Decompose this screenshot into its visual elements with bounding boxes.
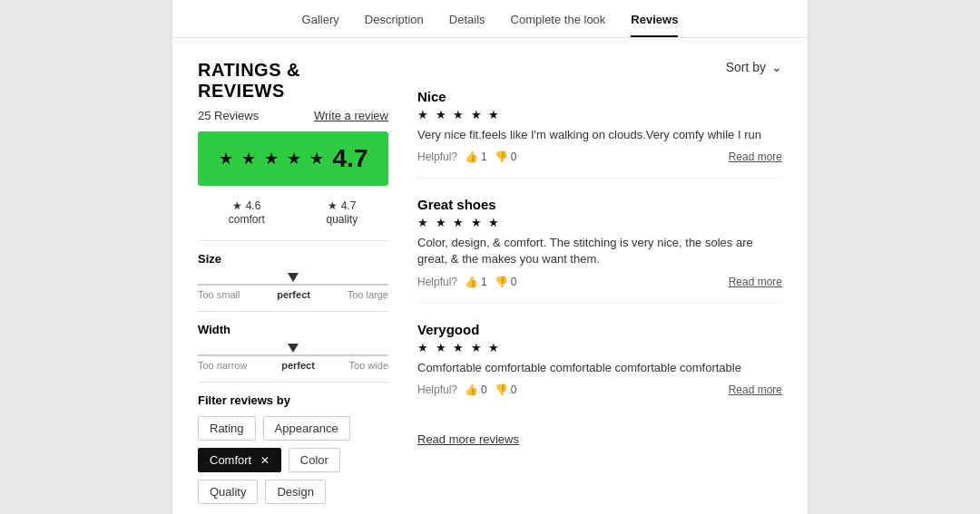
filter-rating[interactable]: Rating <box>198 416 256 441</box>
reviews-count: 25 Reviews <box>198 109 259 122</box>
width-label: Width <box>198 323 388 336</box>
nav-item-description[interactable]: Description <box>365 13 424 37</box>
filter-appearance[interactable]: Appearance <box>263 416 350 441</box>
comfort-star: ★ 4.6 <box>232 199 260 212</box>
quality-label: quality <box>326 213 358 226</box>
review-text: Comfortable comfortable comfortable comf… <box>417 360 782 376</box>
size-too-large: Too large <box>348 289 388 300</box>
filter-design[interactable]: Design <box>265 480 325 504</box>
filter-comfort-close[interactable]: ✕ <box>260 454 270 467</box>
filter-comfort[interactable]: Comfort ✕ <box>198 448 281 472</box>
helpful-row: Helpful? 👍 1 👎 0 Read more <box>417 276 782 288</box>
helpful-row: Helpful? 👍 1 👎 0 Read more <box>417 150 782 163</box>
width-slider-labels: Too narrow perfect Too wide <box>198 360 388 371</box>
width-slider-container: Too narrow perfect Too wide <box>198 354 388 371</box>
review-item: Great shoes ★ ★ ★ ★ ★ Color, design, & c… <box>417 197 782 303</box>
down-count: 0 <box>511 383 517 396</box>
sort-label: Sort by <box>726 60 766 74</box>
chevron-down-icon[interactable]: ⌄ <box>771 60 782 74</box>
thumbs-up-button[interactable]: 👍 0 <box>465 383 487 396</box>
thumbs-up-button[interactable]: 👍 1 <box>465 150 487 163</box>
filter-quality[interactable]: Quality <box>198 480 258 504</box>
review-title: Verygood <box>417 322 782 337</box>
up-count: 1 <box>481 276 487 288</box>
size-perfect: perfect <box>277 289 310 300</box>
up-count: 1 <box>481 150 487 163</box>
sort-row: Sort by ⌄ <box>417 60 782 74</box>
width-slider-indicator <box>288 344 299 353</box>
down-count: 0 <box>511 276 517 288</box>
thumbs-down-icon: 👎 <box>495 276 508 288</box>
width-slider-track[interactable] <box>198 354 388 356</box>
width-perfect: perfect <box>281 360 315 371</box>
divider-2 <box>198 311 388 312</box>
rating-box: ★ ★ ★ ★ ★ 4.7 <box>198 131 388 186</box>
filter-title: Filter reviews by <box>198 393 388 407</box>
helpful-label: Helpful? <box>417 383 457 396</box>
sub-ratings: ★ 4.6 comfort ★ 4.7 quality <box>198 197 388 226</box>
quality-star: ★ 4.7 <box>328 199 356 212</box>
write-review-link[interactable]: Write a review <box>314 109 388 122</box>
sub-rating-quality: ★ 4.7 quality <box>326 197 358 226</box>
rating-stars-large: ★ ★ ★ ★ ★ <box>219 149 326 169</box>
review-item: Verygood ★ ★ ★ ★ ★ Comfortable comfortab… <box>417 322 782 411</box>
nav-item-details[interactable]: Details <box>449 13 485 37</box>
nav-item-complete-the-look[interactable]: Complete the look <box>511 13 606 37</box>
helpful-label: Helpful? <box>417 276 457 288</box>
size-too-small: Too small <box>198 289 240 300</box>
thumbs-down-button[interactable]: 👎 0 <box>495 150 517 163</box>
width-too-wide: Too wide <box>349 360 388 371</box>
helpful-row: Helpful? 👍 0 👎 0 Read more <box>417 383 782 396</box>
rating-number-large: 4.7 <box>333 144 368 173</box>
review-stars: ★ ★ ★ ★ ★ <box>417 216 782 229</box>
nav-item-reviews[interactable]: Reviews <box>631 13 678 37</box>
size-slider-container: Too small perfect Too large <box>198 284 388 300</box>
size-label: Size <box>198 252 388 266</box>
width-too-narrow: Too narrow <box>198 360 247 371</box>
size-slider-labels: Too small perfect Too large <box>198 289 388 300</box>
helpful-label: Helpful? <box>417 150 457 163</box>
review-text: Very nice fit.feels like I'm walking on … <box>417 127 782 143</box>
section-title: RATINGS & REVIEWS <box>198 60 388 102</box>
thumbs-up-icon: 👍 <box>465 276 478 288</box>
review-title: Nice <box>417 89 782 104</box>
read-more-link[interactable]: Read more <box>729 276 782 288</box>
review-stars: ★ ★ ★ ★ ★ <box>417 341 782 354</box>
review-text: Color, design, & comfort. The stitching … <box>417 235 782 267</box>
up-count: 0 <box>481 383 487 396</box>
thumbs-down-button[interactable]: 👎 0 <box>495 276 517 288</box>
thumbs-down-icon: 👎 <box>495 150 508 163</box>
thumbs-down-button[interactable]: 👎 0 <box>495 383 517 396</box>
review-item: Nice ★ ★ ★ ★ ★ Very nice fit.feels like … <box>417 89 782 179</box>
thumbs-up-icon: 👍 <box>465 383 478 396</box>
right-panel: Sort by ⌄ Nice ★ ★ ★ ★ ★ Very nice fit.f… <box>417 60 782 504</box>
read-more-link[interactable]: Read more <box>729 383 782 396</box>
review-title: Great shoes <box>417 197 782 212</box>
read-more-reviews-link[interactable]: Read more reviews <box>417 432 519 446</box>
read-more-link[interactable]: Read more <box>729 150 782 163</box>
down-count: 0 <box>511 150 517 163</box>
review-stars: ★ ★ ★ ★ ★ <box>417 108 782 121</box>
sub-rating-comfort: ★ 4.6 comfort <box>229 197 265 226</box>
thumbs-down-icon: 👎 <box>495 383 508 396</box>
thumbs-up-button[interactable]: 👍 1 <box>465 276 487 288</box>
divider-1 <box>198 240 388 241</box>
filter-tags: Rating Appearance Comfort ✕ Color Qualit… <box>198 416 388 504</box>
nav-item-gallery[interactable]: Gallery <box>302 13 339 37</box>
reviews-count-row: 25 Reviews Write a review <box>198 109 388 122</box>
size-slider-track[interactable] <box>198 284 388 286</box>
size-slider-indicator <box>288 273 299 282</box>
comfort-label: comfort <box>229 213 265 226</box>
left-panel: RATINGS & REVIEWS 25 Reviews Write a rev… <box>198 60 388 504</box>
nav-bar: Gallery Description Details Complete the… <box>172 0 808 38</box>
divider-3 <box>198 382 388 383</box>
filter-color[interactable]: Color <box>289 448 340 472</box>
thumbs-up-icon: 👍 <box>465 150 478 163</box>
